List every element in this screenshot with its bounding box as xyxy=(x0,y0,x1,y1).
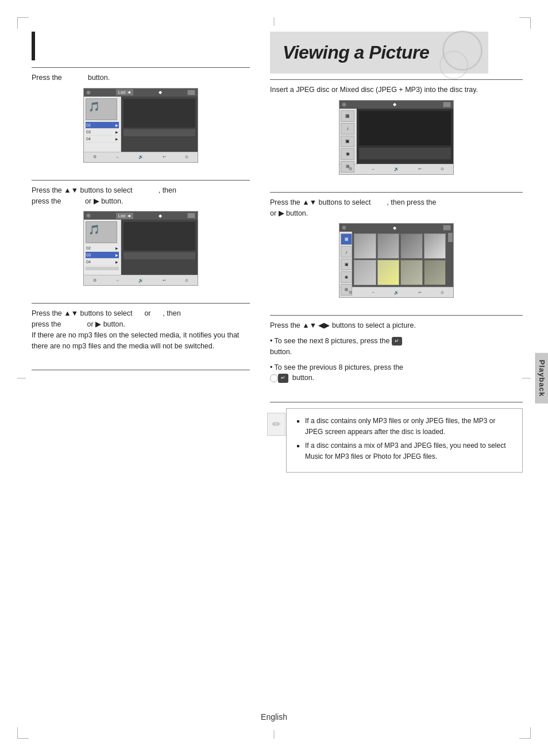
screen-mockup-1: List ◄ ◆ 🎵 02▶ 03▶ 04▶ xyxy=(83,88,198,163)
right-intro-text: Insert a JPEG disc or Mixed disc (JPEG +… xyxy=(270,85,523,95)
left-step-2: Press the ▲▼ buttons to select , then pr… xyxy=(32,185,250,296)
right-step3-text2: • To see the next 8 pictures, press the … xyxy=(270,336,523,358)
screen-bottom-bar-2: ⚙ ↔ 🔊 ↩ ⊙ xyxy=(84,275,198,285)
note-box: If a disc contains only MP3 files or onl… xyxy=(286,408,523,473)
photo-cell-6 xyxy=(377,260,400,285)
menu-right-panel xyxy=(357,109,453,164)
bottom-icon-2: ↔ xyxy=(115,155,119,159)
right-step3-text1: Press the ▲▼ ◀▶ buttons to select a pict… xyxy=(270,320,523,331)
top-bar-dot-r1 xyxy=(342,102,346,107)
list-item-active: 02▶ xyxy=(86,122,119,129)
icon-panel-r2: ▦ ♪ ▣ ◉ ⊞ xyxy=(339,232,352,287)
corner-mark-bl xyxy=(17,727,29,739)
left-column: Press the button. List ◄ ◆ 🎵 xyxy=(32,32,250,375)
bottom-icon-r1-1: ⚙ xyxy=(349,167,352,171)
icon-row-1: ▦ xyxy=(341,110,354,122)
top-bar-diamond-2: ◆ xyxy=(159,213,162,218)
screen-left-panel: 🎵 02▶ 03▶ 04▶ xyxy=(84,97,121,152)
screen-top-bar: List ◄ ◆ xyxy=(84,89,198,97)
top-bar-dot-2 xyxy=(86,213,91,218)
bottom-icon-1: ⚙ xyxy=(93,155,97,159)
right-divider-2 xyxy=(270,315,523,316)
icon-row-r2-2: ♪ xyxy=(341,246,352,258)
right-step2-text: Press the ▲▼ buttons to select , then pr… xyxy=(270,197,523,219)
next-btn-sym: ↵ xyxy=(392,337,402,346)
screen-left-panel-2: 🎵 02▶ 03▶ 04▶ xyxy=(84,220,121,275)
icon-row-3: ▣ xyxy=(341,136,354,147)
top-bar-diamond: ◆ xyxy=(159,90,162,95)
list-item-2a: 02▶ xyxy=(86,245,119,252)
note-container: ✏ If a disc contains only MP3 files or o… xyxy=(270,408,523,473)
left-step1-text: Press the button. xyxy=(32,72,250,83)
icon-panel: ▦ ♪ ▣ ◉ ⊞ xyxy=(339,109,357,164)
screen-content: 🎵 02▶ 03▶ 04▶ xyxy=(84,97,198,152)
title-box: Viewing a Picture xyxy=(270,32,488,74)
left-step2-text: Press the ▲▼ buttons to select , then pr… xyxy=(32,185,250,207)
icon-row-r2-1: ▦ xyxy=(341,233,352,245)
list-item-2b-active: 03▶ xyxy=(86,252,119,259)
left-step-3: Press the ▲▼ buttons to select or , then… xyxy=(32,308,250,362)
icon-row-5: ⊞ xyxy=(341,161,354,172)
screen-mockup-2: List ◄ ◆ 🎵 02▶ 03▶ 04▶ xyxy=(83,211,198,286)
right-divider-top xyxy=(270,79,523,80)
bottom-icon-r2-2: ↔ xyxy=(371,290,375,294)
list-item-2: 03▶ xyxy=(86,129,119,136)
screen-content-r1: ▦ ♪ ▣ ◉ ⊞ xyxy=(339,109,453,164)
screen-bottom-bar-r2: ⚙ ↔ 🔊 ↩ ⊙ xyxy=(339,287,453,297)
bottom-icon-r2-5: ⊙ xyxy=(441,290,444,295)
note-pencil-icon: ✏ xyxy=(267,413,285,436)
photo-cell-5 xyxy=(354,260,376,285)
center-mark-top xyxy=(274,17,275,26)
screen-tab-label: List ◄ xyxy=(116,89,134,95)
bottom-icon-4: ↩ xyxy=(163,155,166,159)
screen-tab-label-2: List ◄ xyxy=(116,213,134,219)
playback-tab: Playback xyxy=(535,352,548,403)
screen-right-panel-2 xyxy=(121,220,198,275)
bottom-icon-r1-5: ⊙ xyxy=(441,167,444,171)
screen-right-panel xyxy=(121,97,198,152)
bottom-icon-3: 🔊 xyxy=(138,155,144,159)
center-mark-bottom xyxy=(274,730,275,739)
right-divider-3 xyxy=(270,402,523,402)
right-step-3: Press the ▲▼ ◀▶ buttons to select a pict… xyxy=(270,320,523,394)
section-bar xyxy=(32,32,35,60)
photo-cell-1 xyxy=(354,233,376,259)
right-divider-1 xyxy=(270,192,523,193)
note-item-2: If a disc contains a mix of MP3 and JPEG… xyxy=(305,440,514,462)
language-label: English xyxy=(261,712,287,722)
screen-mockup-photolist: ◆ ▦ ♪ ▣ ◉ ⊞ xyxy=(339,223,454,298)
screen-top-bar-r1: ◆ xyxy=(339,101,453,109)
corner-mark-br xyxy=(519,727,531,739)
photo-cell-7 xyxy=(400,260,423,285)
section-header xyxy=(32,32,250,60)
screen-top-bar-2: List ◄ ◆ xyxy=(84,212,198,220)
corner-mark-tr xyxy=(519,17,531,29)
photo-grid-panel xyxy=(352,232,447,287)
top-bar-diamond-r2: ◆ xyxy=(393,225,396,231)
right-intro: Insert a JPEG disc or Mixed disc (JPEG +… xyxy=(270,85,523,184)
bottom-icon-r1-2: ↔ xyxy=(371,167,375,171)
bottom-icon-r2-3: 🔊 xyxy=(394,290,399,295)
scrollbar-r2 xyxy=(447,232,453,287)
center-mark-right xyxy=(522,378,531,378)
left-step-1: Press the button. List ◄ ◆ 🎵 xyxy=(32,72,250,172)
icon-row-r2-4: ◉ xyxy=(341,271,352,283)
bottom-icon-5: ⊙ xyxy=(185,155,188,159)
right-step3-text4: • To see the previous 8 pictures, press … xyxy=(270,362,523,384)
icon-row-2: ♪ xyxy=(341,123,354,135)
photo-cell-3 xyxy=(400,233,423,259)
bottom-icon-r2-1: ⚙ xyxy=(349,290,352,295)
divider-top xyxy=(32,67,250,68)
bottom-icon-2-1: ⚙ xyxy=(93,278,97,283)
screen-content-r2: ▦ ♪ ▣ ◉ ⊞ xyxy=(339,232,453,287)
top-bar-diamond-r1: ◆ xyxy=(393,102,396,107)
deco-circle2 xyxy=(439,51,468,79)
list-item-2c: 04▶ xyxy=(86,259,119,266)
top-bar-dot xyxy=(86,90,91,95)
center-mark-left xyxy=(17,378,26,378)
divider-3 xyxy=(32,370,250,370)
note-list: If a disc contains only MP3 files or onl… xyxy=(295,416,514,462)
photo-cell-2 xyxy=(377,233,400,259)
bottom-icon-r1-4: ↩ xyxy=(418,167,422,171)
divider-2 xyxy=(32,303,250,304)
